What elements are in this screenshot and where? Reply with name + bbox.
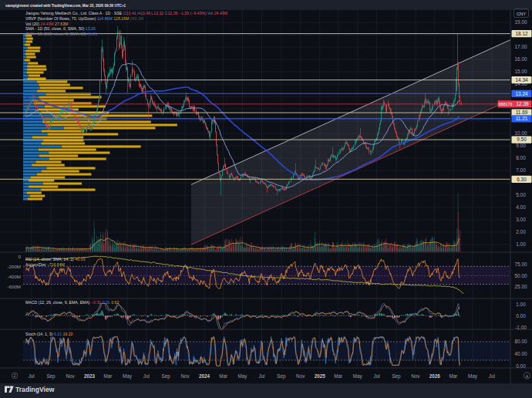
svg-text:Nov: Nov <box>180 373 190 379</box>
svg-text:2: 2 <box>14 373 16 378</box>
svg-text:12.39: 12.39 <box>517 101 529 106</box>
svg-text:75.00: 75.00 <box>515 261 527 267</box>
svg-text:0: 0 <box>19 254 22 259</box>
svg-text:11.69: 11.69 <box>516 110 528 115</box>
svg-text:May: May <box>353 373 363 379</box>
svg-text:Sep: Sep <box>162 373 171 379</box>
svg-text:17.00: 17.00 <box>515 44 527 49</box>
svg-text:2025: 2025 <box>315 373 326 379</box>
svg-text:11.21: 11.21 <box>516 116 528 121</box>
svg-text:Stoch (14, 1, 3) 6.21 19.20: Stoch (14, 1, 3) 6.21 19.20 <box>25 332 73 336</box>
svg-text:4.00: 4.00 <box>516 204 526 210</box>
svg-text:Nov: Nov <box>66 373 75 379</box>
svg-text:VRVP (Number Of Rows, 70, Up/D: VRVP (Number Of Rows, 70, Up/Down) 114.8… <box>25 16 143 21</box>
svg-text:688176: 688176 <box>499 102 513 106</box>
svg-text:13.24: 13.24 <box>516 91 528 96</box>
svg-text:Jiangsu Yahong Meditech Co., L: Jiangsu Yahong Meditech Co., Ltd. Class … <box>25 11 227 15</box>
svg-text:SMA · 1D (50, close, 0, SMA, 5: SMA · 1D (50, close, 0, SMA, 50) 13.26 <box>25 26 96 31</box>
svg-text:25.00: 25.00 <box>515 284 527 289</box>
svg-text:SMA · 1D (200, close, 0, SMA,: SMA · 1D (200, close, 0, SMA, 20) 11.21 <box>25 32 97 36</box>
svg-text:Sep: Sep <box>277 373 286 379</box>
svg-text:Sep: Sep <box>46 373 56 379</box>
svg-text:TradingView: TradingView <box>15 386 55 393</box>
svg-text:10.00: 10.00 <box>515 130 527 136</box>
svg-text:14.34: 14.34 <box>516 77 528 83</box>
svg-text:3.00: 3.00 <box>516 217 526 222</box>
svg-text:15.00: 15.00 <box>515 69 527 74</box>
svg-text:6.30: 6.30 <box>517 177 527 182</box>
svg-text:2026: 2026 <box>429 373 441 379</box>
svg-text:1.00: 1.00 <box>516 302 526 307</box>
svg-text:9.50: 9.50 <box>517 137 527 142</box>
svg-text:9.00: 9.00 <box>516 143 526 148</box>
svg-text:Mar: Mar <box>334 373 342 379</box>
svg-text:May: May <box>123 373 133 379</box>
svg-text:Jul: Jul <box>143 373 150 379</box>
svg-text:7.00: 7.00 <box>516 167 526 173</box>
svg-text:40.00: 40.00 <box>515 351 527 356</box>
svg-text:Jul: Jul <box>258 373 264 379</box>
svg-text:-1.00: -1.00 <box>515 325 527 330</box>
svg-text:Mar: Mar <box>219 373 227 379</box>
svg-text:Vol (20) 24.43M 27.63M: Vol (20) 24.43M 27.63M <box>25 22 68 26</box>
svg-text:8.00: 8.00 <box>516 155 526 160</box>
svg-text:RSI (14, close, SMA, 14, 2) 40: RSI (14, close, SMA, 14, 2) 40.33 <box>25 257 85 261</box>
svg-text:1.00: 1.00 <box>516 241 526 247</box>
svg-text:19.00: 19.00 <box>515 19 527 25</box>
svg-text:5.00: 5.00 <box>516 192 526 197</box>
svg-text:-200M: -200M <box>7 264 21 269</box>
svg-text:Accum/Dist −716.64M: Accum/Dist −716.64M <box>25 262 65 267</box>
svg-text:savepiginvest created with Tra: savepiginvest created with TradingView.c… <box>5 4 126 8</box>
svg-text:Mar: Mar <box>104 373 113 379</box>
svg-text:2024: 2024 <box>199 373 210 379</box>
svg-text:Mar: Mar <box>450 373 458 379</box>
svg-text:Nov: Nov <box>411 373 420 379</box>
svg-text:2.00: 2.00 <box>516 229 526 234</box>
svg-text:CNY: CNY <box>517 12 526 16</box>
svg-text:Sep: Sep <box>392 373 401 379</box>
svg-text:May: May <box>468 373 478 379</box>
svg-text:16.00: 16.00 <box>515 56 527 62</box>
svg-text:Jul: Jul <box>29 373 35 379</box>
svg-text:18.12: 18.12 <box>516 31 528 36</box>
svg-text:2023: 2023 <box>84 373 96 379</box>
svg-text:80.00: 80.00 <box>515 339 527 344</box>
svg-text:Nov: Nov <box>296 373 305 379</box>
svg-text:50.00: 50.00 <box>515 273 527 278</box>
svg-text:May: May <box>238 373 248 379</box>
svg-text:Jul: Jul <box>489 373 495 379</box>
svg-text:-600M: -600M <box>7 284 21 289</box>
svg-text:-400M: -400M <box>7 274 21 279</box>
svg-text:0.00: 0.00 <box>516 313 526 319</box>
svg-text:0.00: 0.00 <box>516 363 526 369</box>
svg-text:MACD (12, 26, close, 9, EMA, E: MACD (12, 26, close, 9, EMA, EMA) −0.31 … <box>25 300 119 305</box>
svg-text:Jul: Jul <box>374 373 380 379</box>
svg-text:A: A <box>526 374 529 379</box>
